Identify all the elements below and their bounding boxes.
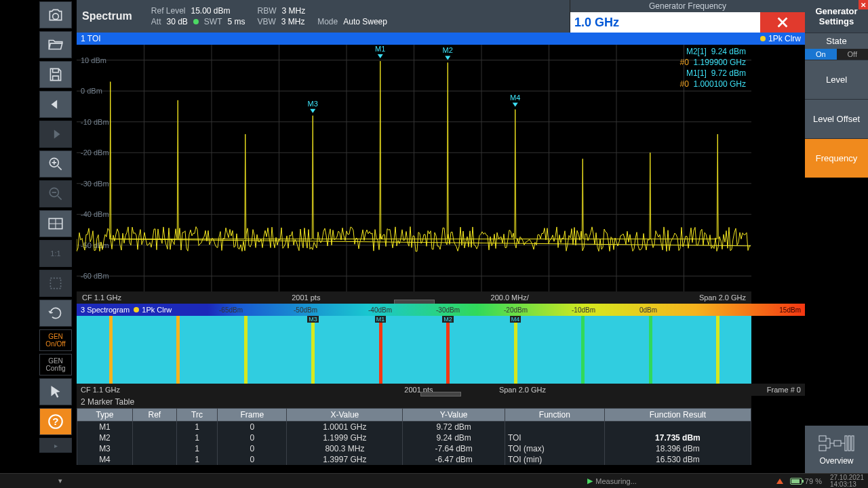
hscroll-thumb[interactable] (420, 392, 461, 396)
overview-button[interactable]: Overview (805, 426, 868, 473)
spectrogram-trace: 1Pk Clrw (142, 306, 172, 314)
softkey-level[interactable]: Level (805, 60, 868, 99)
warning-icon (776, 479, 783, 484)
svg-text:-20 dBm: -20 dBm (81, 148, 109, 157)
generator-frequency-popup: Generator Frequency 1.0 GHz (570, 0, 805, 33)
svg-rect-38 (845, 436, 847, 451)
zoom-reset-button[interactable]: 1:1 (39, 240, 72, 267)
mode-label: Mode (317, 17, 338, 26)
rbw-value[interactable]: 3 MHz (282, 6, 306, 16)
ref-level-value[interactable]: 15.00 dBm (191, 6, 231, 16)
help-button[interactable]: ? (39, 408, 72, 435)
spectrogram-chart[interactable]: M3M1M2M4 (77, 316, 751, 384)
open-folder-button[interactable] (39, 31, 72, 58)
state-off[interactable]: Off (837, 49, 869, 60)
spectrum-pts: 2001 pts (292, 293, 320, 302)
svg-rect-3 (50, 278, 60, 288)
table-row[interactable]: M4101.3997 GHz-6.47 dBmTOI (min)16.530 d… (77, 454, 751, 465)
softkey-state[interactable]: State On Off (805, 33, 868, 60)
trace-title-bar: 1 TOI 1Pk Clrw (77, 33, 805, 45)
att-value[interactable]: 30 dB (166, 17, 187, 26)
svg-rect-35 (819, 436, 826, 441)
svg-text:M4: M4 (510, 94, 520, 102)
svg-text:M1: M1 (375, 45, 385, 53)
softkey-level-offset[interactable]: Level Offset (805, 99, 868, 138)
svg-text:-30 dBm: -30 dBm (81, 180, 109, 188)
status-bar: ▾ ▶ Measuring... 79 % 27.10.202114:03:13 (0, 473, 868, 488)
marker-readout: M2[1] 9.24 dBm #0 1.199900 GHz M1[1] 9.7… (680, 46, 746, 89)
spectrum-perdiv: 200.0 MHz/ (491, 293, 529, 302)
marker-table: 2 Marker Table TypeRefTrcFrameX-ValueY-V… (77, 396, 751, 465)
spectrogram-header: 3 Spectrogram 1Pk Clrw -65dBm -50dBm -40… (77, 304, 805, 316)
spectrum-svg: 10 dBm0 dBm-10 dBm-20 dBm-30 dBm-40 dBm-… (77, 45, 751, 304)
refresh-button[interactable] (39, 300, 72, 327)
multiview-button[interactable] (39, 210, 72, 237)
table-header: Trc (176, 409, 218, 422)
left-toolbar: 1:1 GEN On/Off GEN Config ? ▸ (0, 0, 77, 473)
save-button[interactable] (39, 61, 72, 88)
swt-label: SWT (204, 17, 222, 26)
gen-frequency-input[interactable]: 1.0 GHz (570, 12, 760, 33)
softkey-frequency[interactable]: Frequency (805, 138, 868, 178)
redo-button[interactable] (39, 121, 72, 148)
battery-icon (790, 478, 802, 485)
softkey-panel: GeneratorSettings ✕ State On Off Level L… (805, 0, 868, 473)
svg-text:M2: M2 (443, 46, 453, 54)
svg-text:?: ? (52, 415, 58, 427)
pointer-button[interactable] (39, 378, 72, 405)
mode-value[interactable]: Auto Sweep (343, 17, 387, 26)
zoom-out-button[interactable] (39, 180, 72, 207)
trace-color-dot-icon (134, 307, 139, 312)
status-measuring: Measuring... (595, 477, 637, 485)
gen-popup-title: Generator Frequency (570, 0, 805, 12)
spectrum-span: Span 2.0 GHz (699, 293, 746, 302)
trace-mode: 1Pk Clrw (768, 34, 801, 43)
swt-value[interactable]: 5 ms (228, 17, 245, 26)
marker-table-grid: TypeRefTrcFrameX-ValueY-ValueFunctionFun… (77, 408, 751, 465)
camera-button[interactable] (39, 1, 72, 28)
undo-button[interactable] (39, 91, 72, 118)
table-header: Function (505, 409, 604, 422)
table-row[interactable]: M1101.0001 GHz9.72 dBm (77, 422, 751, 433)
battery-percent: 79 % (805, 477, 822, 485)
svg-rect-36 (819, 445, 826, 451)
gen-onoff-button[interactable]: GEN On/Off (39, 329, 72, 351)
gen-config-button[interactable]: GEN Config (39, 354, 72, 375)
trace-color-dot-icon (760, 36, 766, 41)
svg-rect-40 (852, 436, 854, 451)
expand-button[interactable]: ▸ (39, 438, 72, 453)
table-header: Type (77, 409, 133, 422)
table-header: X-Value (287, 409, 403, 422)
rbw-label: RBW (258, 6, 277, 16)
trace-name: 1 TOI (81, 34, 101, 43)
svg-text:0 dBm: 0 dBm (81, 87, 102, 95)
table-header: Function Result (604, 409, 751, 422)
table-header: Ref (132, 409, 176, 422)
table-header: Frame (218, 409, 287, 422)
svg-text:-40 dBm: -40 dBm (81, 210, 109, 218)
svg-text:-60 dBm: -60 dBm (81, 272, 109, 280)
area-select-button[interactable] (39, 270, 72, 297)
table-row[interactable]: M310800.3 MHz-7.64 dBmTOI (max)18.396 dB… (77, 443, 751, 454)
close-icon[interactable]: ✕ (859, 0, 868, 9)
svg-text:M3: M3 (308, 100, 318, 108)
zoom-in-button[interactable] (39, 150, 72, 178)
spectrogram-ruler: CF 1.1 GHz 2001 pts Span 2.0 GHz Frame #… (77, 384, 805, 396)
gen-popup-close-button[interactable] (760, 12, 805, 33)
ref-level-label: Ref Level (151, 6, 186, 16)
vbw-value[interactable]: 3 MHz (281, 17, 305, 26)
marker-table-title: 2 Marker Table (77, 396, 751, 408)
state-toggle[interactable]: On Off (805, 49, 868, 60)
spectrum-cf: CF 1.1 GHz (82, 293, 121, 302)
table-row[interactable]: M2101.1999 GHz9.24 dBmTOI17.735 dBm (77, 432, 751, 443)
vbw-label: VBW (258, 17, 276, 26)
spectrum-chart[interactable]: 10 dBm0 dBm-10 dBm-20 dBm-30 dBm-40 dBm-… (77, 45, 751, 304)
svg-rect-37 (834, 441, 841, 446)
att-label: Att (151, 17, 161, 26)
state-on[interactable]: On (805, 49, 837, 60)
spectrogram-name: 3 Spectrogram (81, 306, 130, 314)
softkey-header: GeneratorSettings ✕ (805, 0, 868, 33)
svg-text:10 dBm: 10 dBm (81, 56, 106, 64)
status-dot-icon (193, 19, 199, 24)
table-header: Y-Value (403, 409, 505, 422)
